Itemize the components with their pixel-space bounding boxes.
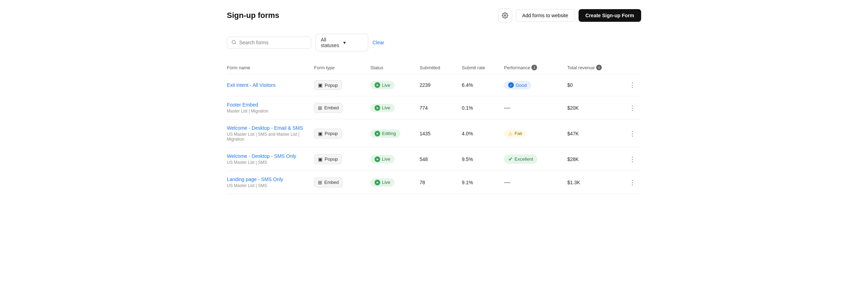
table-row: Welcome - Desktop - Email & SMS US Maste… <box>227 120 641 148</box>
performance-dash: — <box>504 179 510 186</box>
create-signup-form-button[interactable]: Create Sign-up Form <box>579 9 641 22</box>
type-badge: ▣ Popup <box>314 80 342 90</box>
submitted-cell: 774 <box>420 105 462 111</box>
submitted-cell: 78 <box>420 180 462 185</box>
type-icon: ⊞ <box>318 180 322 185</box>
status-dot-icon <box>375 105 380 111</box>
form-type-cell: ▣ Popup <box>314 154 370 164</box>
status-cell: Live <box>370 104 420 112</box>
status-filter-label: All statuses <box>321 37 340 48</box>
status-filter[interactable]: All statuses ▾ <box>315 34 368 51</box>
status-badge: Live <box>370 104 395 112</box>
form-name-link[interactable]: Landing page - SMS Only <box>227 176 314 182</box>
status-badge: Editing <box>370 129 400 138</box>
filters-bar: All statuses ▾ Clear <box>227 34 641 51</box>
col-form-type: Form type <box>314 65 370 70</box>
form-name-link[interactable]: Exit intent - All Visitors <box>227 82 314 88</box>
search-icon <box>231 40 236 46</box>
more-options-button[interactable]: ⋮ <box>624 80 641 90</box>
performance-dash: — <box>504 104 510 111</box>
svg-point-0 <box>504 15 506 17</box>
type-icon: ▣ <box>318 82 323 88</box>
submit-rate-cell: 9.5% <box>462 156 504 162</box>
type-badge: ▣ Popup <box>314 129 342 139</box>
status-cell: Live <box>370 155 420 163</box>
forms-table: Form name Form type Status Submitted Sub… <box>227 61 641 194</box>
col-submitted: Submitted <box>420 65 462 70</box>
col-submit-rate: Submit rate <box>462 65 504 70</box>
status-cell: Live <box>370 178 420 187</box>
col-performance: Performance i <box>504 65 567 70</box>
type-badge: ⊞ Embed <box>314 178 343 187</box>
submit-rate-cell: 9.1% <box>462 180 504 185</box>
form-name-link[interactable]: Welcome - Desktop - Email & SMS <box>227 125 314 131</box>
table-row: Footer Embed Master List | Migration ⊞ E… <box>227 96 641 120</box>
revenue-info-icon[interactable]: i <box>596 65 602 70</box>
status-cell: Live <box>370 81 420 89</box>
form-name-link[interactable]: Footer Embed <box>227 102 314 108</box>
perf-check-icon: ✔ <box>508 156 513 162</box>
form-name-cell: Footer Embed Master List | Migration <box>227 102 314 114</box>
more-options-button[interactable]: ⋮ <box>624 128 641 139</box>
chevron-down-icon: ▾ <box>343 40 363 45</box>
search-input[interactable] <box>239 40 307 45</box>
search-wrapper[interactable] <box>227 37 311 49</box>
performance-cell: ✔ Excellent <box>504 154 567 164</box>
table-row: Landing page - SMS Only US Master List |… <box>227 171 641 194</box>
status-badge: Live <box>370 155 395 163</box>
table-header: Form name Form type Status Submitted Sub… <box>227 61 641 74</box>
status-dot-icon <box>375 156 380 162</box>
svg-line-2 <box>235 43 236 44</box>
submitted-cell: 548 <box>420 156 462 162</box>
performance-info-icon[interactable]: i <box>531 65 537 70</box>
revenue-cell: $28K <box>567 156 624 162</box>
form-subtitle: Master List | Migration <box>227 109 314 114</box>
performance-badge: ✓ Good <box>504 81 531 89</box>
col-status: Status <box>370 65 420 70</box>
status-dot-icon <box>375 180 380 185</box>
form-type-cell: ⊞ Embed <box>314 103 370 113</box>
type-icon: ▣ <box>318 131 323 136</box>
form-subtitle: US Master List | SMS and Master List | M… <box>227 132 314 142</box>
page-title: Sign-up forms <box>227 11 279 20</box>
form-name-cell: Exit intent - All Visitors <box>227 82 314 88</box>
revenue-cell: $1.3K <box>567 180 624 185</box>
submit-rate-cell: 0.1% <box>462 105 504 111</box>
submitted-cell: 1435 <box>420 131 462 136</box>
settings-button[interactable] <box>498 8 512 23</box>
clear-button[interactable]: Clear <box>372 40 384 45</box>
header-actions: Add forms to website Create Sign-up Form <box>498 8 641 23</box>
col-form-name: Form name <box>227 65 314 70</box>
table-row: Exit intent - All Visitors ▣ Popup Live … <box>227 74 641 96</box>
type-badge: ▣ Popup <box>314 154 342 164</box>
revenue-cell: $0 <box>567 82 624 88</box>
submit-rate-cell: 4.0% <box>462 131 504 136</box>
type-icon: ▣ <box>318 156 323 162</box>
more-options-button[interactable]: ⋮ <box>624 154 641 165</box>
form-subtitle: US Master List | SMS <box>227 183 314 188</box>
type-badge: ⊞ Embed <box>314 103 343 113</box>
status-cell: Editing <box>370 129 420 138</box>
add-forms-button[interactable]: Add forms to website <box>516 9 575 22</box>
more-options-button[interactable]: ⋮ <box>624 177 641 188</box>
col-actions <box>624 65 641 70</box>
form-subtitle: US Master List | SMS <box>227 160 314 165</box>
table-body: Exit intent - All Visitors ▣ Popup Live … <box>227 74 641 194</box>
form-name-cell: Welcome - Desktop - Email & SMS US Maste… <box>227 125 314 142</box>
perf-check-icon: ✓ <box>508 82 514 88</box>
performance-cell: ✓ Good <box>504 81 567 89</box>
col-total-revenue: Total revenue i <box>567 65 624 70</box>
form-type-cell: ▣ Popup <box>314 129 370 139</box>
status-badge: Live <box>370 178 395 187</box>
revenue-cell: $20K <box>567 105 624 111</box>
performance-cell: ⚠ Fair <box>504 129 567 138</box>
performance-cell: — <box>504 179 567 186</box>
form-name-link[interactable]: Welcome - Desktop - SMS Only <box>227 153 314 159</box>
submitted-cell: 2239 <box>420 82 462 88</box>
performance-cell: — <box>504 104 567 111</box>
form-name-cell: Landing page - SMS Only US Master List |… <box>227 176 314 188</box>
status-dot-icon <box>375 82 380 88</box>
more-options-button[interactable]: ⋮ <box>624 103 641 113</box>
submit-rate-cell: 6.4% <box>462 82 504 88</box>
status-badge: Live <box>370 81 395 89</box>
